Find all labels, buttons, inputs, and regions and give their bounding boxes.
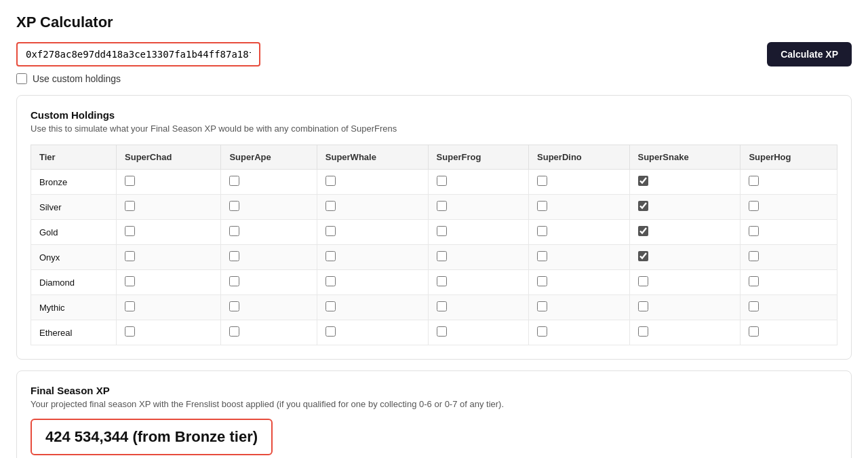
tier-cell: Diamond: [31, 270, 117, 295]
checkbox-diamond-superape[interactable]: [229, 276, 239, 286]
checkbox-cell-gold-superwhale: [317, 220, 428, 245]
checkbox-silver-superdino[interactable]: [537, 201, 547, 211]
col-superfrog: SuperFrog: [428, 145, 528, 170]
custom-holdings-title: Custom Holdings: [31, 109, 837, 121]
checkbox-ethereal-supersnake[interactable]: [638, 326, 648, 337]
table-row: Mythic: [31, 295, 837, 320]
checkbox-gold-supersnake[interactable]: [638, 226, 648, 236]
checkbox-cell-onyx-supersnake: [629, 245, 741, 270]
checkbox-mythic-superdino[interactable]: [537, 301, 547, 311]
checkbox-gold-superfrog[interactable]: [437, 226, 447, 236]
checkbox-mythic-superchad[interactable]: [125, 301, 135, 311]
checkbox-bronze-supersnake[interactable]: [638, 176, 648, 186]
tier-cell: Mythic: [31, 295, 117, 320]
col-tier: Tier: [31, 145, 117, 170]
checkbox-cell-silver-supersnake: [629, 195, 741, 220]
top-row: 1 2 Calculate XP: [16, 42, 852, 66]
col-supersnake: SuperSnake: [629, 145, 741, 170]
use-custom-holdings-row: Use custom holdings: [16, 73, 852, 84]
checkbox-cell-onyx-superfrog: [428, 245, 528, 270]
checkbox-onyx-superdino[interactable]: [537, 251, 547, 261]
checkbox-ethereal-superape[interactable]: [229, 326, 239, 337]
checkbox-ethereal-superfrog[interactable]: [437, 326, 447, 337]
calculate-xp-button[interactable]: Calculate XP: [767, 42, 852, 66]
checkbox-diamond-superhog[interactable]: [749, 276, 759, 286]
checkbox-diamond-supersnake[interactable]: [638, 276, 648, 286]
col-superchad: SuperChad: [117, 145, 221, 170]
checkbox-cell-bronze-superape: [221, 170, 317, 195]
checkbox-gold-superchad[interactable]: [125, 226, 135, 236]
checkbox-cell-mythic-superhog: [741, 295, 837, 320]
checkbox-cell-ethereal-supersnake: [629, 320, 741, 345]
checkbox-mythic-supersnake[interactable]: [638, 301, 648, 311]
checkbox-bronze-superchad[interactable]: [125, 176, 135, 186]
checkbox-diamond-superchad[interactable]: [125, 276, 135, 286]
checkbox-cell-diamond-superchad: [117, 270, 221, 295]
checkbox-ethereal-superchad[interactable]: [125, 326, 135, 337]
table-row: Diamond: [31, 270, 837, 295]
checkbox-cell-silver-superchad: [117, 195, 221, 220]
table-row: Gold: [31, 220, 837, 245]
checkbox-cell-gold-superhog: [741, 220, 837, 245]
checkbox-gold-superdino[interactable]: [537, 226, 547, 236]
checkbox-cell-diamond-superfrog: [428, 270, 528, 295]
holdings-table-body: BronzeSilverGoldOnyxDiamondMythicEtherea…: [31, 170, 837, 345]
checkbox-silver-superhog[interactable]: [749, 201, 759, 211]
checkbox-cell-bronze-superchad: [117, 170, 221, 195]
checkbox-ethereal-superdino[interactable]: [537, 326, 547, 337]
page-title: XP Calculator: [16, 14, 852, 31]
checkbox-silver-superfrog[interactable]: [437, 201, 447, 211]
table-row: Onyx: [31, 245, 837, 270]
tier-cell: Gold: [31, 220, 117, 245]
col-superdino: SuperDino: [529, 145, 629, 170]
checkbox-gold-superhog[interactable]: [749, 226, 759, 236]
checkbox-onyx-superchad[interactable]: [125, 251, 135, 261]
checkbox-gold-superape[interactable]: [229, 226, 239, 236]
checkbox-silver-superape[interactable]: [229, 201, 239, 211]
checkbox-cell-silver-superape: [221, 195, 317, 220]
checkbox-silver-supersnake[interactable]: [638, 201, 648, 211]
checkbox-bronze-superape[interactable]: [229, 176, 239, 186]
checkbox-onyx-supersnake[interactable]: [638, 251, 648, 261]
wallet-address-input[interactable]: [16, 42, 260, 66]
checkbox-cell-gold-superfrog: [428, 220, 528, 245]
checkbox-mythic-superape[interactable]: [229, 301, 239, 311]
checkbox-diamond-superdino[interactable]: [537, 276, 547, 286]
checkbox-gold-superwhale[interactable]: [326, 226, 336, 236]
checkbox-mythic-superfrog[interactable]: [437, 301, 447, 311]
tier-cell: Silver: [31, 195, 117, 220]
checkbox-diamond-superfrog[interactable]: [437, 276, 447, 286]
checkbox-cell-onyx-superwhale: [317, 245, 428, 270]
checkbox-cell-silver-superfrog: [428, 195, 528, 220]
checkbox-cell-onyx-superdino: [529, 245, 629, 270]
checkbox-cell-bronze-superwhale: [317, 170, 428, 195]
checkbox-bronze-superdino[interactable]: [537, 176, 547, 186]
checkbox-cell-mythic-superchad: [117, 295, 221, 320]
final-xp-subtitle: Your projected final season XP with the …: [31, 399, 837, 409]
checkbox-ethereal-superwhale[interactable]: [326, 326, 336, 337]
final-xp-card: Final Season XP Your projected final sea…: [16, 370, 852, 458]
checkbox-diamond-superwhale[interactable]: [326, 276, 336, 286]
checkbox-cell-gold-superape: [221, 220, 317, 245]
checkbox-cell-onyx-superape: [221, 245, 317, 270]
checkbox-onyx-superfrog[interactable]: [437, 251, 447, 261]
checkbox-bronze-superwhale[interactable]: [326, 176, 336, 186]
checkbox-cell-bronze-superdino: [529, 170, 629, 195]
checkbox-ethereal-superhog[interactable]: [749, 326, 759, 337]
checkbox-onyx-superwhale[interactable]: [326, 251, 336, 261]
checkbox-onyx-superape[interactable]: [229, 251, 239, 261]
checkbox-cell-ethereal-superape: [221, 320, 317, 345]
checkbox-bronze-superhog[interactable]: [749, 176, 759, 186]
checkbox-bronze-superfrog[interactable]: [437, 176, 447, 186]
checkbox-cell-gold-supersnake: [629, 220, 741, 245]
checkbox-mythic-superwhale[interactable]: [326, 301, 336, 311]
checkbox-silver-superwhale[interactable]: [326, 201, 336, 211]
checkbox-mythic-superhog[interactable]: [749, 301, 759, 311]
checkbox-silver-superchad[interactable]: [125, 201, 135, 211]
checkbox-cell-onyx-superhog: [741, 245, 837, 270]
use-custom-holdings-checkbox[interactable]: [16, 73, 27, 84]
checkbox-cell-mythic-superwhale: [317, 295, 428, 320]
checkbox-cell-silver-superhog: [741, 195, 837, 220]
use-custom-holdings-label[interactable]: Use custom holdings: [33, 73, 121, 84]
checkbox-onyx-superhog[interactable]: [749, 251, 759, 261]
